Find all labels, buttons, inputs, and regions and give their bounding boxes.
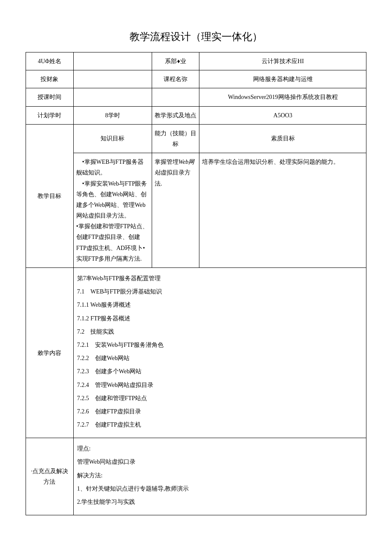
value-textbook: WindowsServer2019网络操作系统攻目教程 [199,88,366,106]
header-quality-goal: 素质目标 [199,124,366,153]
label-teach-time: 授课时间 [26,88,74,106]
table-row: 投财象 课程名弥 网络服务器构建与运维 [26,70,366,88]
table-row: 计划学时 8学时 教学形式及地点 A5OO3 [26,106,366,124]
value-teach-form: A5OO3 [199,106,366,124]
content-line: 7.2.7 创建FTP虚拟主机 [77,419,363,430]
label-planned-hours: 计划学时 [26,106,74,124]
content-line: 7.2.2 创建Web网站 [77,353,363,363]
label-target: 投财象 [26,70,74,88]
content-line: 7.2.6 创建FTP虚拟目录 [77,406,363,417]
table-row: ·点充点及解决方法 理点:管理Web同站虚拟口录解决方法:1、针对关键知识点进行… [26,438,366,515]
content-teaching-content: 第7率Web与FTP服务器配置管理7.1 WEB与FTP眼分溽基础知识7.1.1… [73,268,366,438]
content-difficulty: 理点:管理Web同站虚拟口录解决方法:1、针对关键知识点进行专题辅导,教师演示2… [73,438,366,515]
table-row: •掌握WEB与FTP服务器舰础知识。 •掌握安装Web与FTP眼务等角色、创建W… [26,153,366,268]
label-teaching-content: 敕学内容 [26,268,74,438]
label-teacher-name: 4UΦ姓名 [26,52,74,70]
value-planned-hours: 8学时 [73,106,152,124]
content-line: 7.2.1 安装Web与FTP服务潜角色 [77,340,363,350]
lesson-plan-table: 4UΦ姓名 系部♦业 云计算技术应HI 投财象 课程名弥 网络服务器构建与运维 … [26,52,366,515]
header-skill-goal: 能力（技能）目标 [152,124,199,153]
label-textbook [152,88,199,106]
content-line: 7.2 技能实践 [77,326,363,337]
value-teacher-name [73,52,152,70]
value-department: 云计算技术应HI [199,52,366,70]
table-row: 4UΦ姓名 系部♦业 云计算技术应HI [26,52,366,70]
label-difficulty: ·点充点及解决方法 [26,438,74,515]
content-quality-goal: 培养学生综合运用知识分析、处理实际问题的能力。 [199,153,366,268]
content-line: 7.1.1 Web服务溽概述 [77,299,363,310]
content-line: 7.2.4 管理Web网站虚拟目录 [77,380,363,390]
label-teach-form: 教学形式及地点 [152,106,199,124]
content-line: 7.2.5 创建和管理FTP站点 [77,393,363,404]
label-course-name: 课程名弥 [152,70,199,88]
content-knowledge-goal: •掌握WEB与FTP服务器舰础知识。 •掌握安装Web与FTP眼务等角色、创建W… [73,153,152,268]
table-row: 敕学内容 第7率Web与FTP服务器配置管理7.1 WEB与FTP眼分溽基础知识… [26,268,366,438]
page-title: 教学流程设计（理实一体化） [26,30,366,44]
label-department: 系部♦业 [152,52,199,70]
content-line: 7.1 WEB与FTP眼分溽基础知识 [77,286,363,297]
content-line: 第7率Web与FTP服务器配置管理 [77,273,363,284]
content-line: 7.1.2 FTP服务器概述 [77,313,363,324]
header-knowledge-goal: 知识目标 [73,124,152,153]
skill-goal-text-a: 掌握管埋 [155,159,179,165]
table-row: 教学目标 知识目标 能力（技能）目标 素质目标 [26,124,366,153]
difficulty-line: 管理Web同站虚拟口录 [77,456,363,467]
difficulty-line: 理点: [77,443,363,454]
value-course-name: 网络服务器构建与运维 [199,70,366,88]
difficulty-line: 1、针对关键知识点进行专题辅导,教师演示 [77,483,363,494]
difficulty-line: 解决方法: [77,470,363,481]
table-row: 授课时间 WindowsServer2019网络操作系统攻目教程 [26,88,366,106]
value-teach-time [73,88,152,106]
value-target [73,70,152,88]
content-skill-goal: 掌握管埋Web网站虚拟目录方法. [152,153,199,268]
difficulty-line: 2.学生技能学习与实践 [77,497,363,507]
label-teaching-goals: 教学目标 [26,124,74,267]
content-line: 7.2.3 创建多个Web网站 [77,366,363,377]
